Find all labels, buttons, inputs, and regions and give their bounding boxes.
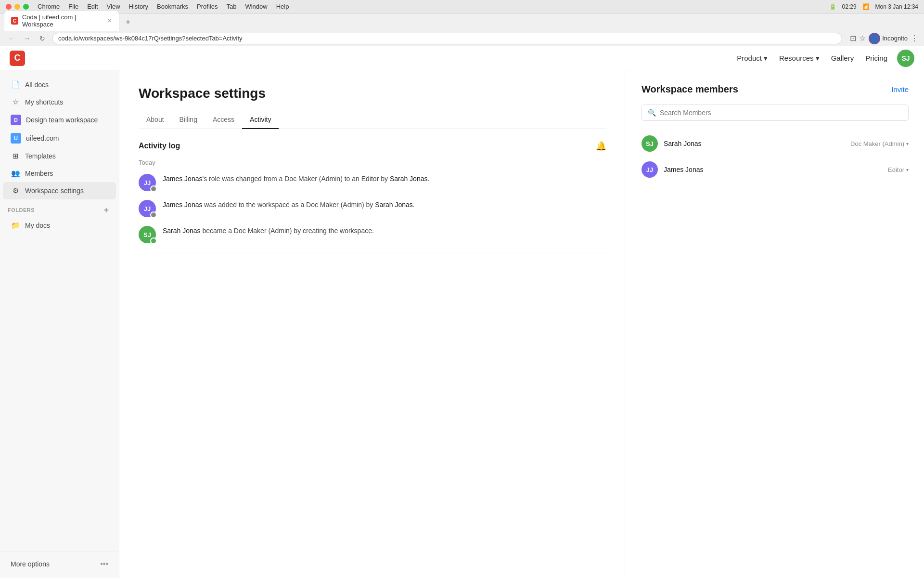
activity-log-header: Activity log 🔔 bbox=[139, 141, 606, 151]
activity-text-2: James Jonas was added to the workspace a… bbox=[163, 200, 415, 210]
app-layout: 📄 All docs ☆ My shortcuts D Design team … bbox=[0, 70, 924, 578]
activity-text-3: Sarah Jonas became a Doc Maker (Admin) b… bbox=[163, 226, 374, 236]
chevron-down-icon-sarah: ▾ bbox=[906, 141, 909, 146]
browser-chrome: C Coda | uifeed.com | Workspace ✕ + ← → … bbox=[0, 13, 924, 46]
activity-avatar-sj-3: SJ bbox=[139, 226, 156, 243]
sidebar-label-uifeed: uifeed.com bbox=[26, 134, 59, 142]
new-tab-button[interactable]: + bbox=[121, 15, 135, 29]
menu-tab[interactable]: Tab bbox=[226, 3, 236, 10]
activity-avatar-jj-2: JJ bbox=[139, 200, 156, 217]
menu-chrome[interactable]: Chrome bbox=[38, 3, 60, 10]
sidebar-item-workspace-settings[interactable]: ⚙ Workspace settings bbox=[3, 182, 116, 199]
wifi-icon: 📶 bbox=[862, 3, 870, 10]
minimize-button[interactable] bbox=[14, 4, 20, 10]
folder-icon: 📁 bbox=[11, 221, 20, 230]
invite-button[interactable]: Invite bbox=[891, 85, 909, 93]
chevron-down-icon: ▾ bbox=[764, 54, 768, 63]
bookmark-icon[interactable]: ☆ bbox=[859, 34, 866, 43]
menu-bookmarks[interactable]: Bookmarks bbox=[157, 3, 188, 10]
maximize-button[interactable] bbox=[23, 4, 29, 10]
member-name-james: James Jonas bbox=[664, 166, 882, 173]
menu-edit[interactable]: Edit bbox=[87, 3, 98, 10]
sidebar-item-design-team[interactable]: D Design team workspace bbox=[3, 111, 116, 129]
search-members-input[interactable] bbox=[660, 109, 902, 117]
reload-button[interactable]: ↻ bbox=[37, 33, 48, 44]
workspace-members-title: Workspace members bbox=[642, 84, 738, 95]
nav-product[interactable]: Product ▾ bbox=[737, 54, 768, 63]
member-avatar-sarah: SJ bbox=[642, 135, 658, 152]
sidebar-label-design-team: Design team workspace bbox=[26, 116, 98, 124]
battery-time: 02:29 bbox=[842, 3, 857, 10]
avatar-badge-1 bbox=[150, 185, 157, 192]
sidebar-label-my-docs: My docs bbox=[25, 222, 50, 229]
tab-about[interactable]: About bbox=[139, 111, 172, 129]
sidebar-item-uifeed[interactable]: U uifeed.com bbox=[3, 129, 116, 147]
top-nav: C Product ▾ Resources ▾ Gallery Pricing … bbox=[0, 46, 924, 70]
search-icon: 🔍 bbox=[648, 109, 656, 117]
tab-activity[interactable]: Activity bbox=[242, 111, 279, 129]
sidebar-item-my-shortcuts[interactable]: ☆ My shortcuts bbox=[3, 93, 116, 111]
back-button[interactable]: ← bbox=[6, 33, 17, 44]
address-bar[interactable]: coda.io/workspaces/ws-9k084c17rQ/setting… bbox=[52, 33, 842, 44]
menu-history[interactable]: History bbox=[129, 3, 148, 10]
sidebar-item-templates[interactable]: ⊞ Templates bbox=[3, 147, 116, 165]
member-role-sarah[interactable]: Doc Maker (Admin) ▾ bbox=[850, 140, 909, 147]
activity-log-title: Activity log bbox=[139, 142, 180, 150]
datetime: Mon 3 Jan 12:34 bbox=[875, 3, 918, 10]
avatar-initials-2: JJ bbox=[144, 205, 151, 212]
nav-resources[interactable]: Resources ▾ bbox=[779, 54, 820, 63]
more-options-button[interactable]: More options ••• bbox=[3, 556, 116, 572]
active-tab[interactable]: C Coda | uifeed.com | Workspace ✕ bbox=[4, 10, 119, 31]
coda-logo[interactable]: C bbox=[10, 51, 25, 66]
sidebar: 📄 All docs ☆ My shortcuts D Design team … bbox=[0, 70, 119, 578]
tab-favicon: C bbox=[11, 17, 18, 25]
activity-avatar-jj-1: JJ bbox=[139, 174, 156, 191]
sidebar-label-workspace-settings: Workspace settings bbox=[25, 187, 84, 195]
nav-right: ⊡ ☆ 👤 Incognito ⋮ bbox=[850, 33, 918, 44]
right-panel: Workspace members Invite 🔍 SJ Sarah Jona… bbox=[626, 70, 924, 578]
url-text: coda.io/workspaces/ws-9k084c17rQ/setting… bbox=[58, 35, 243, 42]
top-nav-items: Product ▾ Resources ▾ Gallery Pricing bbox=[737, 54, 887, 63]
title-bar: Chrome File Edit View History Bookmarks … bbox=[0, 0, 924, 13]
tab-bar: C Coda | uifeed.com | Workspace ✕ + bbox=[0, 13, 924, 31]
add-folder-button[interactable]: + bbox=[102, 205, 111, 215]
sidebar-label-members: Members bbox=[25, 170, 53, 177]
nav-bar: ← → ↻ coda.io/workspaces/ws-9k084c17rQ/s… bbox=[0, 31, 924, 46]
bell-icon[interactable]: 🔔 bbox=[596, 141, 606, 151]
tab-access[interactable]: Access bbox=[205, 111, 242, 129]
sidebar-item-my-docs[interactable]: 📁 My docs bbox=[3, 217, 116, 234]
menu-window[interactable]: Window bbox=[245, 3, 267, 10]
traffic-lights[interactable] bbox=[6, 4, 29, 10]
sidebar-item-all-docs[interactable]: 📄 All docs bbox=[3, 76, 116, 93]
more-options-dots-icon[interactable]: ••• bbox=[100, 560, 108, 568]
incognito-badge: 👤 Incognito bbox=[869, 33, 908, 44]
nav-pricing[interactable]: Pricing bbox=[865, 54, 887, 62]
chevron-down-icon-james: ▾ bbox=[906, 167, 909, 172]
avatar-badge-3 bbox=[150, 237, 157, 244]
sidebar-item-members[interactable]: 👥 Members bbox=[3, 165, 116, 182]
tab-close-button[interactable]: ✕ bbox=[107, 17, 112, 24]
screen-cast-icon[interactable]: ⊡ bbox=[850, 34, 856, 43]
menu-profiles[interactable]: Profiles bbox=[197, 3, 218, 10]
member-item-james: JJ James Jonas Editor ▾ bbox=[642, 157, 909, 183]
menu-bar: Chrome File Edit View History Bookmarks … bbox=[38, 3, 289, 10]
user-avatar[interactable]: SJ bbox=[897, 50, 914, 67]
menu-file[interactable]: File bbox=[68, 3, 78, 10]
workspace-u-icon: U bbox=[11, 133, 21, 144]
settings-icon: ⚙ bbox=[11, 186, 20, 196]
nav-gallery[interactable]: Gallery bbox=[831, 54, 854, 62]
member-role-james[interactable]: Editor ▾ bbox=[888, 166, 909, 173]
close-button[interactable] bbox=[6, 4, 12, 10]
sidebar-label-templates: Templates bbox=[25, 152, 56, 160]
activity-item-2: JJ James Jonas was added to the workspac… bbox=[139, 200, 606, 217]
tab-billing[interactable]: Billing bbox=[172, 111, 205, 129]
menu-view[interactable]: View bbox=[107, 3, 120, 10]
sidebar-label-all-docs: All docs bbox=[25, 81, 49, 89]
member-item-sarah: SJ Sarah Jonas Doc Maker (Admin) ▾ bbox=[642, 131, 909, 157]
menu-help[interactable]: Help bbox=[276, 3, 289, 10]
tabs: About Billing Access Activity bbox=[139, 111, 606, 129]
forward-button[interactable]: → bbox=[21, 33, 33, 44]
more-options-icon[interactable]: ⋮ bbox=[911, 34, 918, 43]
main-content: Workspace settings About Billing Access … bbox=[119, 70, 626, 578]
template-icon: ⊞ bbox=[11, 151, 20, 161]
